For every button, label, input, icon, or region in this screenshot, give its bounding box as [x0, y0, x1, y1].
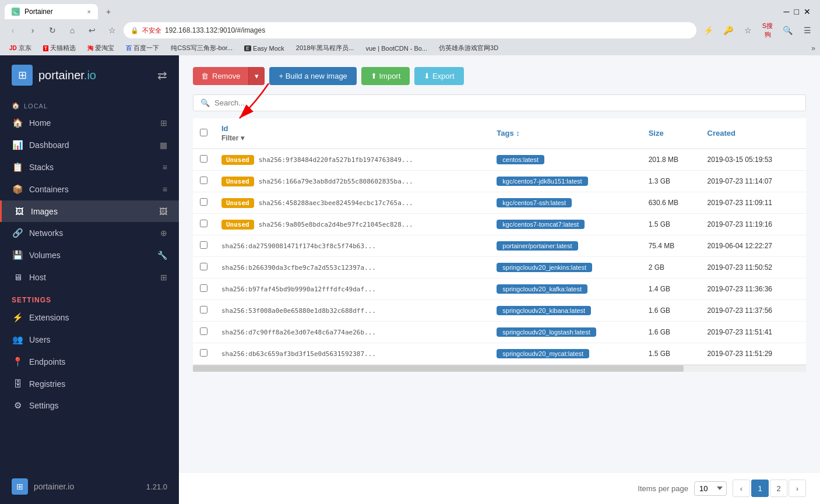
sidebar-item-settings[interactable]: ⚙ Settings	[0, 394, 179, 417]
home-button[interactable]: ⌂	[64, 22, 80, 38]
row-tags-cell: springcloudv20_kibana:latest	[490, 300, 641, 322]
endpoints-icon: 📍	[12, 357, 23, 367]
browser-tab[interactable]: 🐋 Portainer ×	[5, 4, 98, 19]
page-2-button[interactable]: 2	[770, 480, 787, 497]
import-button[interactable]: ⬆ Import	[361, 67, 410, 85]
sidebar-item-volumes[interactable]: 💾 Volumes 🔧	[0, 244, 179, 266]
tab-favicon: 🐋	[12, 8, 20, 16]
row-checkbox[interactable]	[200, 349, 207, 357]
back-button[interactable]: ‹	[5, 22, 21, 38]
created-column-header: Created	[701, 118, 806, 149]
footer-version: 1.21.0	[146, 482, 167, 491]
sidebar-switch-icon[interactable]: ⇄	[157, 68, 167, 82]
window-close-button[interactable]: ✕	[804, 7, 811, 16]
logo-container: ⊞ portainer.io	[12, 65, 96, 86]
bookmarks-more-button[interactable]: »	[811, 44, 815, 52]
remove-dropdown-button[interactable]: ▾	[248, 67, 265, 85]
sidebar-item-registries[interactable]: 🗄 Registries	[0, 373, 179, 394]
table-row: sha256:b266390da3cfbe9c7a2d553c12397a...…	[193, 257, 806, 279]
back-button2[interactable]: ↩	[84, 22, 100, 38]
sidebar-item-home[interactable]: 🏠 Home ⊞	[0, 112, 179, 134]
select-all-checkbox[interactable]	[200, 129, 207, 136]
sidebar-item-networks[interactable]: 🔗 Networks ⊕	[0, 222, 179, 244]
export-label: ⬇ Export	[424, 72, 454, 80]
images-table: Id Filter ▾ Tags ↕	[193, 118, 806, 365]
bookmark-yxs[interactable]: 仿英雄杀游戏官网3D	[434, 43, 503, 54]
row-id-cell: sha256:b266390da3cfbe9c7a2d553c12397a...	[214, 257, 490, 279]
password-button[interactable]: 🔑	[720, 22, 736, 38]
reload-button[interactable]: ↻	[44, 22, 61, 38]
sogou-button[interactable]: S搜狗	[759, 22, 776, 38]
sidebar-item-endpoints[interactable]: 📍 Endpoints	[0, 351, 179, 373]
row-checkbox-cell	[193, 149, 214, 171]
row-size-cell: 1.6 GB	[642, 322, 701, 343]
table-row: sha256:db63c659af3bd3f15e0d5631592387...…	[193, 343, 806, 365]
bookmark-heima[interactable]: 2018年黑马程序员...	[291, 43, 359, 54]
search-input[interactable]	[214, 98, 798, 107]
page-1-button[interactable]: 1	[751, 480, 769, 497]
export-button[interactable]: ⬇ Export	[414, 67, 463, 85]
tab-close-button[interactable]: ×	[87, 8, 91, 15]
image-id: sha256:d7c90ff8a26e3d07e48c6a774ae26b...	[221, 329, 376, 336]
volumes-nav-icon: 🔧	[157, 251, 167, 260]
sidebar-item-host[interactable]: 🖥 Host ⊞	[0, 266, 179, 288]
bookmark-button[interactable]: ☆	[104, 22, 120, 38]
next-page-button[interactable]: ›	[789, 480, 806, 497]
build-new-image-button[interactable]: + Build a new image	[269, 67, 356, 85]
row-checkbox[interactable]	[200, 198, 207, 206]
id-header-label: Id	[221, 124, 483, 133]
sidebar-item-stacks[interactable]: 📋 Stacks ≡	[0, 156, 179, 178]
row-checkbox[interactable]	[200, 263, 207, 270]
unused-badge: Unused	[221, 198, 254, 208]
row-checkbox[interactable]	[200, 284, 207, 292]
row-checkbox-cell	[193, 257, 214, 279]
horizontal-scrollbar[interactable]	[193, 365, 806, 372]
remove-button[interactable]: 🗑 Remove	[193, 67, 248, 85]
sidebar-item-images[interactable]: 🖼 Images 🖼	[0, 200, 179, 222]
menu-button[interactable]: ☰	[799, 22, 815, 38]
select-all-header[interactable]	[193, 118, 214, 149]
bookmark-tmall[interactable]: T 天猫精选	[38, 43, 81, 54]
forward-button[interactable]: ›	[24, 22, 41, 38]
star-button[interactable]: ☆	[740, 22, 756, 38]
new-tab-button[interactable]: +	[100, 3, 117, 20]
image-id: sha256:b266390da3cfbe9c7a2d553c12397a...	[221, 264, 376, 272]
stacks-nav-icon: ≡	[163, 163, 167, 172]
row-checkbox[interactable]	[200, 155, 207, 163]
lightning-button[interactable]: ⚡	[700, 22, 716, 38]
sidebar-item-extensions[interactable]: ⚡ Extensions	[0, 306, 179, 329]
row-checkbox[interactable]	[200, 241, 207, 249]
sidebar-networks-label: Networks	[29, 228, 63, 238]
sidebar-item-users[interactable]: 👥 Users	[0, 329, 179, 351]
bookmark-baidu[interactable]: 百 百度一下	[121, 43, 164, 54]
maximize-button[interactable]: □	[794, 7, 799, 16]
prev-page-button[interactable]: ‹	[733, 480, 750, 497]
sidebar-item-dashboard[interactable]: 📊 Dashboard ▦	[0, 134, 179, 156]
bookmark-vue[interactable]: vue | BootCDN - Bo...	[361, 44, 432, 53]
bookmark-css[interactable]: 纯CSS写三角形-bor...	[166, 43, 237, 54]
row-checkbox[interactable]	[200, 327, 207, 335]
image-tag: portainer/portainer:latest	[497, 241, 578, 251]
bookmark-easymock[interactable]: E Easy Mock	[240, 44, 289, 53]
row-checkbox[interactable]	[200, 306, 207, 313]
bookmark-taobao[interactable]: 淘 爱淘宝	[83, 43, 119, 54]
search-button[interactable]: 🔍	[779, 22, 796, 38]
per-page-select[interactable]: 10 25 50 100	[694, 481, 727, 496]
footer-logo-text: portainer.io	[34, 482, 74, 491]
row-checkbox[interactable]	[200, 220, 207, 227]
bookmark-jd[interactable]: JD 京东	[5, 43, 36, 54]
sidebar-item-containers[interactable]: 📦 Containers ≡	[0, 178, 179, 200]
minimize-button[interactable]: ─	[784, 7, 790, 16]
tags-column-header[interactable]: Tags ↕	[490, 118, 641, 149]
size-column-header: Size	[642, 118, 701, 149]
row-id-cell: sha256:db63c659af3bd3f15e0d5631592387...	[214, 343, 490, 365]
row-checkbox[interactable]	[200, 177, 207, 184]
row-size-cell: 75.4 MB	[642, 235, 701, 257]
items-per-page-label: Items per page	[638, 484, 688, 493]
row-checkbox-cell	[193, 343, 214, 365]
tab-title: Portainer	[24, 8, 53, 16]
scrollbar-thumb[interactable]	[193, 365, 684, 372]
row-created-cell: 2019-07-23 11:19:16	[701, 214, 806, 235]
address-bar[interactable]: 🔒 不安全 192.168.133.132:9010/#/images	[124, 22, 696, 38]
size-header-label: Size	[649, 129, 664, 138]
